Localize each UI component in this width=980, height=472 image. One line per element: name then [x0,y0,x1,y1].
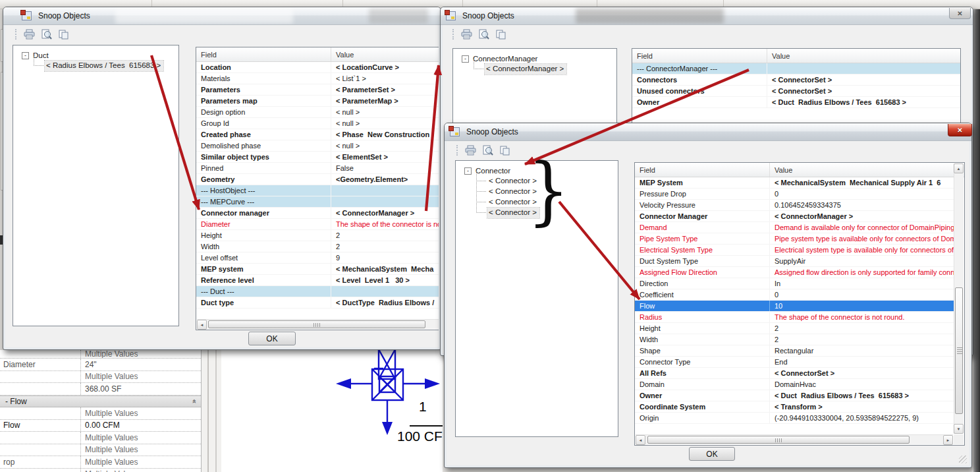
property-value[interactable]: Multiple Values [80,444,201,456]
grid-row[interactable]: Duct System TypeSupplyAir [635,256,954,267]
resize-grip[interactable] [959,456,967,463]
property-value[interactable]: 0.00 CFM [80,420,201,432]
horizontal-scrollbar[interactable]: ◄ ► [636,434,953,444]
ok-button[interactable]: OK [689,447,735,461]
grid-row[interactable]: MEP system< MechanicalSystem Mecha [196,264,439,275]
grid-row[interactable]: Width2 [196,241,439,252]
property-value[interactable]: Multiple Values [80,432,201,444]
field-column-header[interactable]: Field [632,52,767,60]
grid-row[interactable]: Parameters< ParameterSet > [196,84,439,96]
tree-collapse-icon[interactable]: - [464,167,472,175]
properties-row[interactable]: Flow0.00 CFM [0,420,201,432]
collapse-chevron-icon[interactable]: » [190,399,198,403]
properties-row[interactable]: Diameter24" [0,359,201,371]
grid-row[interactable]: Demolished phase< null > [196,140,439,152]
grid-row[interactable]: Connector manager< ConnectorManager > [196,208,439,219]
grid-row[interactable]: Assigned Flow DirectionAssigned flow dir… [635,267,954,278]
grid-row[interactable]: Created phase< Phase New Construction [196,129,439,140]
tree-child-node[interactable]: < ConnectorManager > [485,64,566,74]
scrollbar-thumb[interactable] [208,320,425,328]
field-column-header[interactable]: Field [635,166,769,174]
scroll-right-icon[interactable]: ► [943,435,953,445]
grid-row[interactable]: Origin(-20.9449103330004, 20.59358945222… [635,413,954,424]
grid-row[interactable]: MEP System< MechanicalSystem Mechanical … [635,177,954,189]
grid-row[interactable]: All Refs< ConnectorSet > [635,368,954,379]
print-icon[interactable] [460,28,473,40]
grid-row[interactable]: Parameters map< ParameterMap > [196,96,439,107]
grid-row[interactable]: --- HostObject --- [196,185,439,196]
grid-row[interactable]: Duct type< DuctType Radius Elbows / [196,297,439,309]
grid-row[interactable]: Width2 [635,334,954,345]
value-column-header[interactable]: Value [331,47,439,61]
grid-row[interactable]: Height2 [635,323,954,334]
property-value[interactable]: Multiple Values [80,469,201,472]
print-icon[interactable] [464,144,477,156]
property-value[interactable]: Multiple Values [80,371,201,383]
grid-row[interactable]: Unused connectors< ConnectorSet > [632,86,960,97]
ok-button[interactable]: OK [248,332,296,345]
field-column-header[interactable]: Field [196,51,331,59]
scroll-left-icon[interactable]: ◄ [636,435,645,445]
grid-row[interactable]: --- Duct --- [196,286,439,297]
grid-row[interactable]: --- ConnectorManager --- [632,63,960,74]
grid-row[interactable]: ShapeRectangular [635,345,954,357]
property-value[interactable]: Multiple Values [80,456,201,468]
grid-row[interactable]: Height2 [196,230,439,241]
grid-row[interactable]: Electrical System TypeElectrical system … [635,245,954,256]
grid-row[interactable]: Reference level< Level Level 1 30 > [196,275,439,286]
grid-row[interactable]: Materials< List`1 > [196,73,439,84]
grid-row[interactable]: Connectors< ConnectorSet > [632,74,960,86]
grid-row[interactable]: DiameterThe shape of the connector is no… [196,219,439,230]
properties-row[interactable]: 368.00 SF [0,383,201,396]
properties-row[interactable]: Multiple Values [0,407,201,420]
close-button[interactable]: ✕ [948,124,972,136]
print-icon[interactable] [23,28,36,40]
toolbar-grip[interactable] [15,29,17,40]
scroll-up-icon[interactable]: ▲ [954,163,964,173]
property-value[interactable]: Multiple Values [80,350,201,358]
grid-row[interactable]: Coordinate System< Transform > [635,401,954,413]
property-value[interactable]: 368.00 SF [80,383,201,395]
snoop-tree[interactable]: - Duct < Radius Elbows / Tees 615683 > [13,45,179,326]
grid-row[interactable]: DemandDemand is available only for conne… [635,222,954,233]
scrollbar-thumb[interactable] [955,287,963,414]
grid-row[interactable]: DomainDomainHvac [635,379,954,390]
scroll-left-icon[interactable]: ◄ [197,320,207,330]
grid-row[interactable]: --- MEPCurve --- [196,196,439,208]
print-preview-icon[interactable] [477,28,490,40]
grid-row[interactable]: Velocity Pressure0.106452459334375 [635,200,954,211]
grid-row[interactable]: Connector TypeEnd [635,357,954,368]
toolbar-grip[interactable] [456,145,458,156]
revit-drawing-area[interactable]: 1 100 CFM [221,348,443,472]
vertical-scrollbar[interactable]: ▲ ▼ [954,163,964,434]
property-value[interactable]: Multiple Values [80,407,201,419]
grid-row[interactable]: Coefficient0 [635,289,954,301]
properties-row[interactable]: Multiple Values [0,350,201,359]
tree-collapse-icon[interactable]: - [462,55,469,63]
properties-row[interactable]: Multiple Values [0,432,201,444]
scroll-down-icon[interactable]: ▼ [954,424,964,434]
grid-row[interactable]: Connector Manager< ConnectorManager > [635,211,954,222]
window-titlebar[interactable]: Snoop Objects [441,7,973,25]
horizontal-scrollbar[interactable]: ◄ [197,319,439,329]
copy-icon[interactable] [499,144,511,156]
grid-row[interactable]: Flow10 [635,301,954,312]
close-button[interactable]: ✕ [949,8,971,19]
grid-row[interactable]: Owner< Duct Radius Elbows / Tees 615683 … [635,390,954,401]
grid-row[interactable]: Level offset9 [196,252,439,264]
grid-header[interactable]: Field Value [635,163,964,177]
grid-row[interactable]: Geometry<Geometry.Element> [196,174,439,185]
value-column-header[interactable]: Value [769,163,964,177]
grid-row[interactable]: RadiusThe shape of the connector is not … [635,312,954,323]
grid-row[interactable]: PinnedFalse [196,163,439,174]
scrollbar-thumb[interactable] [647,436,910,444]
copy-icon[interactable] [495,28,507,40]
grid-row[interactable]: DirectionIn [635,278,954,289]
properties-row[interactable]: essureMultiple Values [0,469,201,472]
grid-row[interactable]: Design option< null > [196,107,439,118]
properties-section-header[interactable]: - Flow» [0,396,201,408]
grid-row[interactable]: Pressure Drop0 [635,189,954,200]
print-preview-icon[interactable] [40,28,53,40]
tree-collapse-icon[interactable]: - [22,52,29,59]
window-titlebar[interactable]: Snoop Objects [3,7,441,25]
